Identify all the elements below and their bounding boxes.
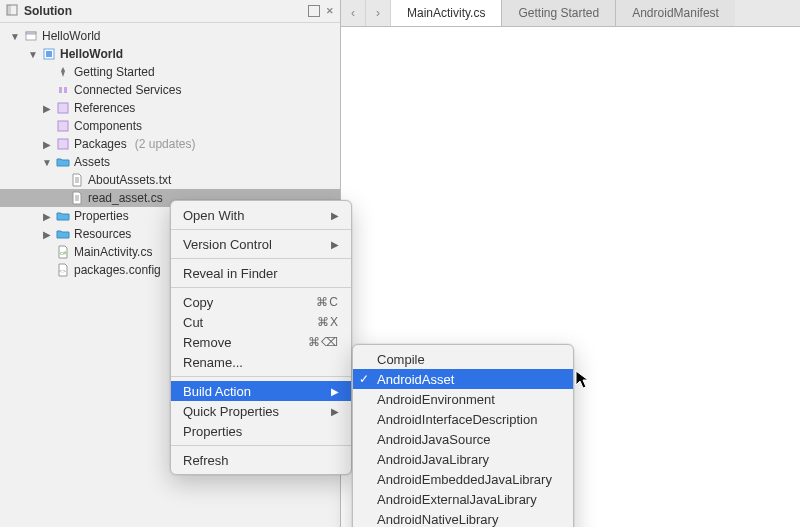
menu-label: Cut	[183, 315, 203, 330]
solution-panel-icon	[6, 4, 18, 19]
svg-rect-3	[26, 32, 36, 34]
chevron-right-icon: ▶	[331, 386, 339, 397]
expand-arrow-icon[interactable]: ▶	[42, 211, 52, 222]
tree-item-getting-started[interactable]: Getting Started	[0, 63, 340, 81]
menu-separator	[171, 376, 351, 377]
nav-forward-button[interactable]: ›	[366, 0, 391, 26]
expand-arrow-icon[interactable]: ▼	[42, 157, 52, 168]
tree-project-root[interactable]: ▼ HelloWorld	[0, 45, 340, 63]
expand-arrow-icon[interactable]: ▶	[42, 139, 52, 150]
tree-item-assets[interactable]: ▼ Assets	[0, 153, 340, 171]
menu-remove[interactable]: Remove ⌘⌫	[171, 332, 351, 352]
tree-label: HelloWorld	[60, 47, 123, 61]
context-menu: Open With ▶ Version Control ▶ Reveal in …	[170, 200, 352, 475]
menu-separator	[171, 258, 351, 259]
menu-refresh[interactable]: Refresh	[171, 450, 351, 470]
rocket-icon	[56, 65, 70, 79]
menu-shortcut: ⌘X	[317, 315, 339, 329]
menu-label: Properties	[183, 424, 242, 439]
tree-item-references[interactable]: ▶ References	[0, 99, 340, 117]
tree-file-aboutassets[interactable]: AboutAssets.txt	[0, 171, 340, 189]
submenu-item[interactable]: AndroidExternalJavaLibrary	[353, 489, 573, 509]
build-action-submenu: Compile✓AndroidAssetAndroidEnvironmentAn…	[352, 344, 574, 527]
expand-arrow-icon[interactable]: ▶	[42, 229, 52, 240]
expand-arrow-icon[interactable]: ▼	[28, 49, 38, 60]
svg-rect-9	[58, 121, 68, 131]
submenu-item[interactable]: Compile	[353, 349, 573, 369]
menu-properties[interactable]: Properties	[171, 421, 351, 441]
tab-label: Getting Started	[518, 6, 599, 20]
menu-copy[interactable]: Copy ⌘C	[171, 292, 351, 312]
menu-separator	[171, 229, 351, 230]
tree-label: Packages	[74, 137, 127, 151]
tree-label: Properties	[74, 209, 129, 223]
tree-label: Getting Started	[74, 65, 155, 79]
submenu-item[interactable]: ✓AndroidAsset	[353, 369, 573, 389]
text-file-icon	[70, 191, 84, 205]
cs-file-icon: c#	[56, 245, 70, 259]
menu-open-with[interactable]: Open With ▶	[171, 205, 351, 225]
tab-getting-started[interactable]: Getting Started	[502, 0, 616, 26]
connected-services-icon	[56, 83, 70, 97]
menu-quick-properties[interactable]: Quick Properties ▶	[171, 401, 351, 421]
tree-label: read_asset.cs	[88, 191, 163, 205]
svg-rect-7	[64, 87, 67, 93]
menu-build-action[interactable]: Build Action ▶	[171, 381, 351, 401]
tree-label: packages.config	[74, 263, 161, 277]
tree-solution-root[interactable]: ▼ HelloWorld	[0, 27, 340, 45]
nav-back-button[interactable]: ‹	[341, 0, 366, 26]
menu-reveal-in-finder[interactable]: Reveal in Finder	[171, 263, 351, 283]
tree-item-connected-services[interactable]: Connected Services	[0, 81, 340, 99]
packages-icon	[56, 137, 70, 151]
tree-label: Assets	[74, 155, 110, 169]
submenu-item[interactable]: AndroidEnvironment	[353, 389, 573, 409]
tree-label: MainActivity.cs	[74, 245, 152, 259]
project-icon	[42, 47, 56, 61]
svg-rect-10	[58, 139, 68, 149]
folder-icon	[56, 209, 70, 223]
expand-arrow-icon[interactable]: ▼	[10, 31, 20, 42]
tab-androidmanifest[interactable]: AndroidManifest	[616, 0, 735, 26]
svg-rect-1	[7, 5, 11, 15]
menu-label: Reveal in Finder	[183, 266, 278, 281]
editor-tab-bar: ‹ › MainActivity.cs Getting Started Andr…	[341, 0, 800, 27]
tree-item-components[interactable]: Components	[0, 117, 340, 135]
references-icon	[56, 101, 70, 115]
submenu-item[interactable]: AndroidNativeLibrary	[353, 509, 573, 527]
tab-mainactivity[interactable]: MainActivity.cs	[391, 0, 502, 26]
svg-rect-5	[46, 51, 52, 57]
submenu-item[interactable]: AndroidJavaLibrary	[353, 449, 573, 469]
submenu-item[interactable]: AndroidEmbeddedJavaLibrary	[353, 469, 573, 489]
menu-separator	[171, 287, 351, 288]
chevron-right-icon: ▶	[331, 239, 339, 250]
tree-label: AboutAssets.txt	[88, 173, 171, 187]
submenu-item[interactable]: AndroidJavaSource	[353, 429, 573, 449]
submenu-label: AndroidJavaSource	[377, 432, 490, 447]
config-file-icon: <>	[56, 263, 70, 277]
svg-text:c#: c#	[60, 250, 67, 256]
menu-label: Build Action	[183, 384, 251, 399]
expand-arrow-icon[interactable]: ▶	[42, 103, 52, 114]
submenu-label: AndroidAsset	[377, 372, 454, 387]
menu-label: Copy	[183, 295, 213, 310]
tree-item-packages[interactable]: ▶ Packages (2 updates)	[0, 135, 340, 153]
svg-text:<>: <>	[59, 268, 67, 274]
solution-icon	[24, 29, 38, 43]
chevron-right-icon: ▶	[331, 210, 339, 221]
menu-cut[interactable]: Cut ⌘X	[171, 312, 351, 332]
folder-icon	[56, 155, 70, 169]
submenu-label: AndroidNativeLibrary	[377, 512, 498, 527]
submenu-label: AndroidJavaLibrary	[377, 452, 489, 467]
tab-label: AndroidManifest	[632, 6, 719, 20]
svg-rect-8	[58, 103, 68, 113]
menu-label: Quick Properties	[183, 404, 279, 419]
menu-version-control[interactable]: Version Control ▶	[171, 234, 351, 254]
panel-dock-icon[interactable]	[308, 5, 320, 17]
menu-label: Version Control	[183, 237, 272, 252]
panel-close-icon[interactable]: ✕	[326, 6, 334, 16]
submenu-label: Compile	[377, 352, 425, 367]
menu-rename[interactable]: Rename...	[171, 352, 351, 372]
submenu-item[interactable]: AndroidInterfaceDescription	[353, 409, 573, 429]
components-icon	[56, 119, 70, 133]
sidebar-title: Solution	[24, 4, 72, 18]
